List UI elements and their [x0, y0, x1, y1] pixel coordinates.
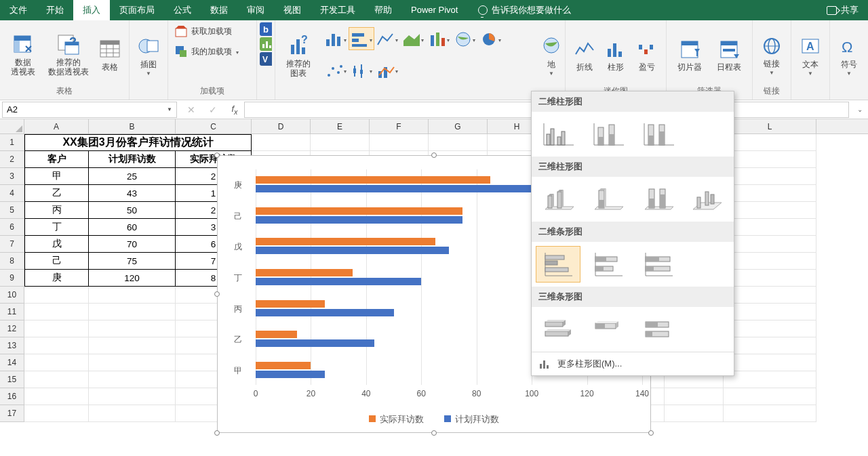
row-header[interactable]: 15	[0, 371, 24, 388]
cell[interactable]: 甲	[24, 168, 89, 185]
cell[interactable]: 计划拜访数	[89, 151, 176, 168]
resize-handle[interactable]	[648, 430, 654, 436]
column-header[interactable]: B	[89, 119, 176, 133]
cell[interactable]: 25	[89, 168, 176, 185]
slicer-button[interactable]: 切片器	[671, 35, 709, 72]
resize-handle[interactable]	[214, 430, 220, 436]
cell[interactable]: 丙	[24, 202, 89, 219]
cell[interactable]	[724, 151, 816, 168]
cell[interactable]	[24, 371, 89, 388]
column-header[interactable]: E	[311, 119, 370, 133]
resize-handle[interactable]	[431, 430, 437, 436]
tab-home[interactable]: 开始	[37, 0, 73, 20]
stacked-3d-bar-option[interactable]	[586, 311, 631, 348]
link-button[interactable]: 链接 ▼	[757, 32, 787, 76]
column-header[interactable]: G	[429, 119, 488, 133]
embedded-chart[interactable]: 庚己戊丁丙乙甲 020406080100120140 实际拜访数 计划拜访数 二…	[217, 155, 651, 433]
pivottable-button[interactable]: 数据 透视表	[4, 30, 42, 77]
cell[interactable]	[89, 320, 176, 337]
resize-handle[interactable]	[214, 291, 220, 297]
cell[interactable]: 客户	[24, 151, 89, 168]
cell[interactable]: 乙	[24, 185, 89, 202]
row-header[interactable]: 1	[0, 134, 24, 151]
row-header[interactable]: 9	[0, 270, 24, 287]
line-chart-button[interactable]: ▾	[374, 27, 400, 50]
recommended-charts-button[interactable]: ? 推荐的 图表	[279, 32, 317, 78]
column-header[interactable]: F	[370, 119, 429, 133]
cell[interactable]: 戊	[24, 236, 89, 253]
chevron-down-icon[interactable]: ▼	[167, 106, 172, 112]
text-button[interactable]: A 文本 ▼	[795, 33, 825, 77]
cell[interactable]	[724, 270, 816, 287]
share-button[interactable]: 共享	[817, 4, 868, 16]
cell[interactable]	[89, 304, 176, 320]
cell[interactable]	[724, 219, 816, 236]
stacked-3d-column-option[interactable]	[586, 181, 631, 217]
cell[interactable]	[89, 388, 176, 405]
cell[interactable]	[724, 185, 816, 202]
column-header[interactable]: A	[24, 119, 89, 133]
cell[interactable]	[24, 320, 89, 337]
clustered-3d-bar-option[interactable]	[536, 311, 580, 348]
cell[interactable]: 庚	[24, 270, 89, 287]
cell[interactable]	[724, 168, 816, 185]
row-header[interactable]: 13	[0, 337, 24, 354]
people-graph-icon[interactable]	[260, 38, 272, 50]
tab-layout[interactable]: 页面布局	[110, 0, 164, 20]
row-header[interactable]: 10	[0, 287, 24, 304]
cell[interactable]: XX集团3月份客户拜访情况统计	[24, 134, 252, 151]
map-chart-button[interactable]: ▾	[452, 27, 477, 50]
100-stacked-3d-bar-option[interactable]	[636, 311, 681, 348]
100-stacked-3d-column-option[interactable]	[635, 181, 680, 217]
row-header[interactable]: 17	[0, 405, 24, 422]
cell[interactable]: 50	[89, 202, 176, 219]
cell[interactable]: 120	[89, 270, 176, 287]
tab-data[interactable]: 数据	[201, 0, 237, 20]
timeline-button[interactable]: 日程表	[710, 35, 748, 72]
row-header[interactable]: 7	[0, 236, 24, 253]
row-header[interactable]: 3	[0, 168, 24, 185]
cell[interactable]	[724, 304, 816, 320]
bar-chart-button[interactable]: ▾	[349, 27, 374, 50]
resize-handle[interactable]	[431, 152, 437, 158]
cell[interactable]: 43	[89, 185, 176, 202]
cell[interactable]: 75	[89, 253, 176, 270]
tab-review[interactable]: 审阅	[237, 0, 274, 20]
stat-chart-button[interactable]: ▾	[426, 27, 452, 50]
3d-column-option[interactable]	[686, 181, 730, 217]
pie-chart-button[interactable]: ▾	[477, 27, 503, 50]
cell[interactable]	[724, 202, 816, 219]
worksheet[interactable]: ABCDEFGHIJKL 1XX集团3月份客户拜访情况统计2客户计划拜访数实际拜…	[0, 119, 868, 456]
tab-file[interactable]: 文件	[0, 0, 37, 20]
cell[interactable]	[724, 371, 816, 388]
recommended-pivot-button[interactable]: ? 推荐的 数据透视表	[43, 30, 94, 77]
cell[interactable]	[89, 371, 176, 388]
stacked-bar-option[interactable]	[586, 246, 631, 283]
symbol-button[interactable]: Ω 符号 ▼	[834, 33, 864, 77]
3d-map-button[interactable]: 地 ▼	[542, 33, 561, 77]
cell[interactable]	[24, 304, 89, 320]
cell[interactable]	[252, 134, 311, 151]
clustered-column-option[interactable]	[536, 116, 580, 152]
row-header[interactable]: 5	[0, 202, 24, 219]
illustrations-button[interactable]: 插图 ▼	[134, 33, 163, 77]
get-addins-button[interactable]: 获取加载项	[172, 23, 235, 39]
cell[interactable]	[724, 236, 816, 253]
cell[interactable]	[665, 405, 724, 422]
cell[interactable]	[24, 354, 89, 371]
cell[interactable]	[724, 405, 816, 422]
my-addins-button[interactable]: 我的加载项 ▾	[172, 43, 241, 60]
cell[interactable]	[89, 287, 176, 304]
tab-powerpivot[interactable]: Power Pivot	[401, 0, 467, 20]
table-button[interactable]: 表格	[95, 35, 125, 72]
combo-chart-button[interactable]: ▾	[374, 59, 400, 82]
column-chart-button[interactable]: ▾	[323, 27, 349, 50]
column-header[interactable]: L	[724, 119, 816, 133]
cell[interactable]: 70	[89, 236, 176, 253]
stacked-column-option[interactable]	[586, 116, 631, 152]
clustered-bar-option[interactable]	[536, 246, 580, 283]
cell[interactable]	[24, 287, 89, 304]
cell[interactable]	[665, 388, 724, 405]
name-box[interactable]: A2 ▼	[2, 102, 177, 118]
cell[interactable]	[724, 337, 816, 354]
